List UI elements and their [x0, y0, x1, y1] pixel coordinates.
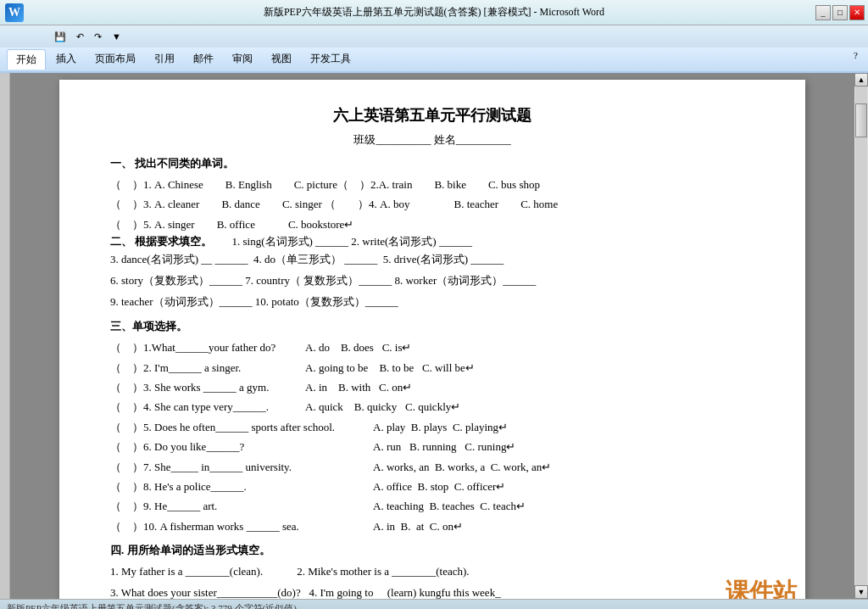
tab-layout[interactable]: 页面布局: [86, 49, 144, 70]
s2-row4: 9. teacher（动词形式）______ 10. potato（复数形式）_…: [110, 292, 754, 313]
s3-q6: （ ）6. Do you like______? A. run B. runni…: [110, 437, 754, 456]
scroll-thumb[interactable]: [855, 103, 867, 137]
s2-row2: 3. dance(名词形式) __ ______ 4. do（单三形式） ___…: [110, 249, 754, 271]
s3-q1: （ ）1.What______your father do? A. do B. …: [110, 338, 754, 357]
s3-q2: （ ）2. I'm______ a singer. A. going to be…: [110, 358, 754, 377]
title-bar: W 新版PEP六年级英语上册第五单元测试题(含答案) [兼容模式] - Micr…: [0, 0, 868, 25]
s3-q5: （ ）5. Does he often______ sports after s…: [110, 417, 754, 437]
s3-q9: （ ）9. He______ art. A. teaching B. teach…: [110, 496, 754, 516]
scroll-track[interactable]: [855, 87, 867, 585]
s4-row1: 1. My father is a ________(clean). 2. Mi…: [110, 562, 754, 583]
tab-start[interactable]: 开始: [7, 49, 46, 70]
s4-row2: 3. What does your sister___________(do)?…: [110, 583, 754, 599]
q1: （ ）1. A. Chinese B. English C. picture（ …: [110, 175, 540, 194]
left-margin: [0, 73, 10, 599]
toolbar-dropdown-icon[interactable]: ▼: [108, 31, 125, 42]
q3: （ ）3. A. cleaner B. dance C. singer （ ）4…: [110, 194, 558, 214]
s3-q4: （ ）4. She can type very______. A. quick …: [110, 397, 754, 416]
status-bar: 新版PEP六年级英语上册第五单元测试题(含答案): 3,779 个字符(近似值)…: [0, 599, 868, 609]
section2-header: 二、 根据要求填空。: [110, 235, 212, 248]
s3-q10: （ ）10. A fisherman works ______ sea. A. …: [110, 517, 754, 536]
ribbon: 开始 插入 页面布局 引用 邮件 审阅 视图 开发工具 ?: [0, 47, 868, 73]
watermark: 课件站 www.kjzhan.com: [709, 578, 797, 599]
app-logo: W: [5, 3, 24, 22]
s3-q3: （ ）3. She works ______ a gym. A. in B. w…: [110, 377, 754, 397]
section4-header: 四. 用所给单词的适当形式填空。: [110, 543, 754, 558]
redo-icon[interactable]: ↷: [91, 31, 105, 43]
undo-icon[interactable]: ↶: [73, 31, 87, 43]
tab-reference[interactable]: 引用: [146, 49, 183, 70]
subtitle-line: 班级__________ 姓名__________: [110, 132, 754, 148]
section1-row1: （ ）1. A. Chinese B. English C. picture（ …: [110, 175, 754, 194]
quick-access-toolbar: 💾 ↶ ↷ ▼: [0, 25, 868, 47]
s3-q7: （ ）7. She_____ in______ university. A. w…: [110, 457, 754, 477]
status-text: 新版PEP六年级英语上册第五单元测试题(含答案): 3,779 个字符(近似值)…: [7, 602, 306, 609]
minimize-button[interactable]: _: [815, 5, 831, 20]
section1-row2: （ ）3. A. cleaner B. dance C. singer （ ）4…: [110, 194, 754, 214]
doc-scroll-area[interactable]: 六上英语第五单元平行测试题 班级__________ 姓名__________ …: [10, 73, 854, 599]
watermark-line1: 课件站: [709, 578, 797, 599]
vertical-scrollbar[interactable]: ▲ ▼: [854, 73, 868, 599]
save-icon[interactable]: 💾: [51, 31, 70, 43]
title-text: 新版PEP六年级英语上册第五单元测试题(含答案) [兼容模式] - Micros…: [264, 5, 604, 20]
maximize-button[interactable]: □: [832, 5, 848, 20]
section1-row3: （ ）5. A. singer B. office C. bookstore↵: [110, 215, 754, 234]
s2-inline-q1: 1. sing(名词形式) ______ 2. write(名词形式) ____…: [232, 235, 472, 248]
tab-mail[interactable]: 邮件: [185, 49, 222, 70]
help-icon[interactable]: ?: [850, 49, 861, 70]
ribbon-tabs: 开始 插入 页面布局 引用 邮件 审阅 视图 开发工具 ?: [0, 49, 868, 70]
scroll-up-button[interactable]: ▲: [854, 73, 868, 87]
scroll-down-button[interactable]: ▼: [854, 585, 868, 599]
tab-insert[interactable]: 插入: [47, 49, 85, 70]
tab-view[interactable]: 视图: [263, 49, 300, 70]
q5: （ ）5. A. singer B. office C. bookstore↵: [110, 218, 353, 231]
close-button[interactable]: ✕: [849, 5, 865, 20]
main-area: 六上英语第五单元平行测试题 班级__________ 姓名__________ …: [0, 73, 868, 599]
tab-review[interactable]: 审阅: [224, 49, 261, 70]
s3-q8: （ ）8. He's a police______. A. office B. …: [110, 477, 754, 496]
window-controls[interactable]: _ □ ✕: [815, 5, 865, 20]
tab-devtools[interactable]: 开发工具: [302, 49, 359, 70]
s2-row3: 6. story（复数形式）______ 7. country（ 复数形式）__…: [110, 271, 754, 292]
page-title: 六上英语第五单元平行测试题: [110, 105, 754, 126]
section3-header: 三、单项选择。: [110, 319, 754, 334]
document-page: 六上英语第五单元平行测试题 班级__________ 姓名__________ …: [59, 80, 805, 599]
section1-header: 一、 找出不同类的单词。: [110, 156, 754, 171]
